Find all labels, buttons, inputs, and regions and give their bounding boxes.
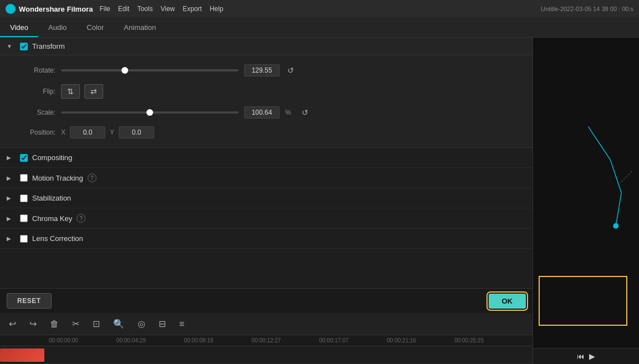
bottom-bar: RESET OK — [0, 288, 532, 313]
window-title: Untitle-2022-03-05 14 38 00 : 00:s — [541, 6, 633, 12]
cut-button[interactable]: ✂ — [70, 316, 82, 331]
transform-content: Rotate: ↺ Flip: ⇅ ⇄ Sc — [0, 55, 532, 148]
split-button[interactable]: ⊟ — [156, 316, 168, 331]
svg-line-1 — [621, 171, 632, 182]
prev-frame-button[interactable]: ⏮ — [577, 352, 585, 361]
chroma-key-checkbox[interactable] — [20, 214, 28, 222]
chroma-key-chevron: ▶ — [7, 216, 16, 222]
menu-file[interactable]: File — [99, 5, 110, 13]
flip-vertical-button[interactable]: ⇄ — [84, 84, 103, 99]
motion-tracking-chevron: ▶ — [7, 175, 16, 181]
menu-view[interactable]: View — [160, 5, 175, 13]
rotate-value-input[interactable] — [244, 64, 280, 76]
timeline-track — [0, 346, 532, 364]
motion-tracking-header[interactable]: ▶ Motion Tracking ? — [0, 168, 532, 188]
lens-correction-header[interactable]: ▶ Lens Correction — [0, 229, 532, 248]
tab-color[interactable]: Color — [77, 19, 114, 37]
scale-value-input[interactable] — [244, 106, 280, 119]
ok-button[interactable]: OK — [489, 294, 526, 309]
search-button[interactable]: 🔍 — [111, 316, 126, 331]
x-label: X — [61, 129, 65, 136]
time-marker-4: 00:00:17:07 — [319, 337, 348, 344]
time-marker-0: 00:00:00:00 — [49, 337, 78, 344]
flip-label: Flip: — [11, 88, 55, 95]
rotate-thumb[interactable] — [121, 67, 128, 74]
delete-button[interactable]: 🗑 — [48, 317, 61, 331]
rotate-row: Rotate: ↺ — [11, 64, 521, 76]
preview-area — [533, 38, 639, 348]
stabilization-checkbox[interactable] — [20, 194, 28, 202]
y-label: Y — [110, 129, 114, 136]
position-y-input[interactable] — [119, 126, 154, 139]
menu-edit[interactable]: Edit — [118, 5, 130, 13]
lens-correction-checkbox[interactable] — [20, 235, 28, 243]
chroma-key-section: ▶ Chroma Key ? — [0, 208, 532, 229]
track-clip[interactable] — [0, 348, 44, 362]
chroma-key-help-icon[interactable]: ? — [77, 214, 85, 223]
svg-point-0 — [613, 223, 618, 229]
time-marker-1: 00:00:04:29 — [116, 337, 146, 344]
time-marker-6: 00:00:25:25 — [454, 337, 484, 344]
scale-label: Scale: — [11, 109, 55, 116]
stabilization-chevron: ▶ — [7, 195, 16, 201]
compositing-title: Compositing — [32, 153, 72, 162]
rotate-label: Rotate: — [11, 66, 55, 74]
flip-horizontal-button[interactable]: ⇅ — [61, 84, 80, 99]
position-x-input[interactable] — [70, 126, 105, 139]
stabilization-section: ▶ Stabilization — [0, 188, 532, 208]
reset-button[interactable]: RESET — [7, 293, 52, 309]
scale-reset-button[interactable]: ↺ — [300, 107, 311, 118]
tab-bar: Video Audio Color Animation — [0, 18, 639, 38]
undo-button[interactable]: ↩ — [7, 316, 18, 331]
lens-correction-title: Lens Correction — [32, 234, 83, 243]
tab-audio[interactable]: Audio — [38, 19, 77, 37]
motion-tracking-help-icon[interactable]: ? — [88, 173, 97, 182]
title-bar: Wondershare Filmora File Edit Tools View… — [0, 0, 639, 18]
effects-button[interactable]: ◎ — [135, 316, 148, 331]
chroma-key-title: Chroma Key — [32, 214, 72, 223]
menu-export[interactable]: Export — [182, 5, 202, 13]
tab-video[interactable]: Video — [0, 19, 38, 37]
stabilization-header[interactable]: ▶ Stabilization — [0, 188, 532, 208]
compositing-checkbox[interactable] — [20, 154, 28, 162]
rotate-reset-button[interactable]: ↺ — [285, 65, 296, 76]
scale-thumb[interactable] — [146, 109, 153, 116]
scale-row: Scale: % ↺ — [11, 106, 521, 119]
menu-tools[interactable]: Tools — [137, 5, 153, 13]
logo-icon — [6, 4, 16, 14]
position-inputs: X Y — [61, 126, 154, 139]
menu-help[interactable]: Help — [210, 5, 224, 13]
compositing-section: ▶ Compositing — [0, 148, 532, 168]
lens-correction-section: ▶ Lens Correction — [0, 229, 532, 249]
motion-tracking-checkbox[interactable] — [20, 174, 28, 182]
rotate-slider[interactable] — [61, 69, 239, 71]
flip-row: Flip: ⇅ ⇄ — [11, 84, 521, 99]
flip-buttons: ⇅ ⇄ — [61, 84, 103, 99]
timeline-toolbar: ↩ ↪ 🗑 ✂ ⊡ 🔍 ◎ ⊟ ≡ — [0, 313, 532, 335]
redo-button[interactable]: ↪ — [27, 316, 39, 331]
transform-title: Transform — [32, 42, 65, 50]
right-panel: ⏮ ▶ — [532, 38, 639, 364]
timeline-ruler: 00:00:00:00 00:00:04:29 00:00:08:18 00:0… — [0, 335, 532, 346]
scale-slider[interactable] — [61, 111, 239, 114]
time-marker-3: 00:00:12:27 — [252, 337, 281, 344]
crop-button[interactable]: ⊡ — [90, 316, 102, 331]
transform-section-header[interactable]: ▼ Transform — [0, 38, 532, 55]
tab-animation[interactable]: Animation — [114, 19, 166, 37]
motion-tracking-title: Motion Tracking — [32, 174, 83, 182]
preview-highlight-box — [539, 276, 627, 326]
motion-tracking-section: ▶ Motion Tracking ? — [0, 168, 532, 188]
left-panel: ▼ Transform Rotate: ↺ Flip: — [0, 38, 532, 364]
play-button[interactable]: ▶ — [589, 352, 595, 361]
transform-checkbox[interactable] — [20, 43, 28, 50]
equalizer-button[interactable]: ≡ — [177, 317, 186, 331]
compositing-chevron: ▶ — [7, 155, 16, 161]
ruler-marks: 00:00:00:00 00:00:04:29 00:00:08:18 00:0… — [49, 337, 484, 344]
position-row: Position: X Y — [11, 126, 521, 139]
chroma-key-header[interactable]: ▶ Chroma Key ? — [0, 208, 532, 228]
app-name: Wondershare Filmora — [19, 5, 93, 13]
app-logo: Wondershare Filmora — [6, 4, 93, 14]
position-label: Position: — [11, 129, 55, 136]
time-marker-5: 00:00:21:16 — [387, 337, 416, 344]
compositing-header[interactable]: ▶ Compositing — [0, 148, 532, 167]
